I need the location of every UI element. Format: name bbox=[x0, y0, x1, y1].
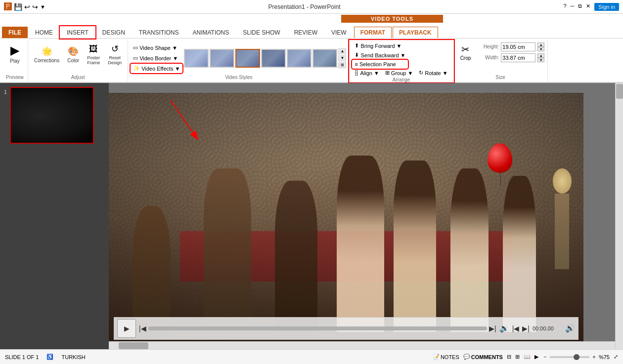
send-backward-button[interactable]: ⬇ Send Backward ▼ bbox=[353, 51, 407, 59]
crop-button[interactable]: ✂ Crop bbox=[456, 41, 475, 63]
poster-frame-button[interactable]: 🖼 PosterFrame bbox=[84, 42, 103, 67]
video-effects-icon: ✨ bbox=[133, 65, 140, 72]
bring-forward-dropdown: ▼ bbox=[397, 43, 402, 49]
view-normal-icon[interactable]: ⊟ bbox=[507, 354, 511, 360]
slide-thumbnail[interactable] bbox=[10, 87, 94, 144]
help-icon[interactable]: ? bbox=[563, 3, 566, 11]
tab-insert[interactable]: INSERT bbox=[60, 27, 95, 38]
tab-review[interactable]: REVIEW bbox=[288, 27, 324, 38]
minimize-icon[interactable]: ─ bbox=[571, 3, 575, 11]
close-icon[interactable]: ✕ bbox=[586, 3, 590, 11]
video-border-button[interactable]: ▭ Video Border ▼ bbox=[131, 54, 180, 62]
bottom-scrollbar[interactable] bbox=[109, 341, 615, 349]
tab-home[interactable]: HOME bbox=[29, 27, 59, 38]
scroll-expand-btn[interactable]: ⊞ bbox=[338, 62, 346, 68]
video-style-thumb-6[interactable] bbox=[312, 49, 337, 68]
tab-view[interactable]: VIEW bbox=[325, 27, 353, 38]
view-slideshow-icon[interactable]: ▶ bbox=[534, 354, 538, 360]
video-style-thumb-2[interactable] bbox=[210, 49, 234, 68]
right-scrollbar[interactable] bbox=[615, 83, 623, 349]
adjust-group: 🌟 Corrections 🎨 Color 🖼 PosterFrame ↺ Re… bbox=[28, 40, 128, 82]
group-button[interactable]: ⊞ Group ▼ bbox=[383, 69, 415, 77]
tab-animations[interactable]: ANIMATIONS bbox=[186, 27, 235, 38]
reset-design-button[interactable]: ↺ ResetDesign bbox=[105, 41, 125, 67]
bring-forward-button[interactable]: ⬆ Bring Forward ▼ bbox=[353, 41, 407, 50]
scroll-down-btn[interactable]: ▼ bbox=[338, 55, 346, 61]
tab-format[interactable]: FORMAT bbox=[354, 27, 392, 38]
video-styles-group: ▭ Video Shape ▼ ▭ Video Border ▼ ✨ V bbox=[128, 40, 350, 82]
width-input[interactable] bbox=[501, 53, 535, 62]
zoom-percent: %75 bbox=[599, 354, 610, 360]
accessibility-icon[interactable]: ♿ bbox=[46, 354, 53, 360]
crop-label: Crop bbox=[460, 55, 471, 61]
scroll-up-btn[interactable]: ▲ bbox=[338, 48, 346, 54]
next-frame-icon[interactable]: ▶| bbox=[489, 324, 496, 332]
slide-main[interactable]: ▶ |◀ ▶| 🔉 |◀ ▶| 00:00.00 🔊 bbox=[109, 93, 583, 345]
height-spinners: ▲ ▼ bbox=[537, 42, 544, 51]
video-shape-icon: ▭ bbox=[133, 44, 138, 51]
volume-icon[interactable]: 🔉 bbox=[499, 324, 509, 333]
slide-info: SLIDE 1 OF 1 bbox=[5, 354, 39, 360]
view-slide-sorter-icon[interactable]: ⊞ bbox=[515, 354, 520, 360]
play-button[interactable]: ▶ Play bbox=[5, 41, 25, 66]
height-input[interactable] bbox=[501, 42, 535, 51]
notes-button[interactable]: 📝 NOTES bbox=[433, 354, 459, 360]
notes-icon: 📝 bbox=[433, 354, 440, 360]
video-shape-dropdown-icon: ▼ bbox=[172, 45, 178, 51]
signin-label[interactable]: Sign in bbox=[594, 3, 619, 11]
tab-file[interactable]: FILE bbox=[2, 27, 28, 38]
height-up[interactable]: ▲ bbox=[537, 42, 544, 47]
next-icon[interactable]: ▶| bbox=[522, 324, 530, 332]
video-style-thumb-1[interactable] bbox=[184, 49, 209, 68]
send-backward-icon: ⬇ bbox=[355, 52, 359, 58]
video-play-button[interactable]: ▶ bbox=[117, 319, 136, 338]
main-area: 1 bbox=[0, 83, 623, 349]
zoom-in-icon[interactable]: ＋ bbox=[591, 353, 597, 361]
restore-icon[interactable]: ⧉ bbox=[578, 3, 582, 11]
tab-design[interactable]: DESIGN bbox=[96, 27, 132, 38]
color-button[interactable]: 🎨 Color bbox=[64, 44, 82, 65]
zoom-slider[interactable] bbox=[550, 356, 589, 358]
video-shape-button[interactable]: ▭ Video Shape ▼ bbox=[131, 43, 179, 52]
preview-group-label: Preview bbox=[6, 75, 24, 81]
align-icon: ⣿ bbox=[355, 70, 358, 76]
slide-thumb-image bbox=[11, 88, 93, 143]
align-button[interactable]: ⣿ Align ▼ bbox=[353, 69, 381, 77]
selection-pane-button[interactable]: ≡ Selection Pane bbox=[353, 60, 407, 68]
title-bar: 🅿 💾 ↩ ↪ ▼ Presentation1 - PowerPoint ? ─… bbox=[0, 0, 623, 14]
video-style-thumb-5[interactable] bbox=[287, 49, 312, 68]
height-down[interactable]: ▼ bbox=[537, 47, 544, 51]
tab-playback[interactable]: PLAYBACK bbox=[393, 27, 438, 38]
window-controls[interactable]: ? ─ ⧉ ✕ Sign in bbox=[563, 3, 619, 11]
volume-btn[interactable]: 🔊 bbox=[565, 324, 575, 333]
tab-slide-show[interactable]: SLIDE SHOW bbox=[236, 27, 286, 38]
corrections-button[interactable]: 🌟 Corrections bbox=[31, 44, 62, 65]
video-style-thumb-4[interactable] bbox=[261, 49, 286, 68]
customize-icon[interactable]: ▼ bbox=[40, 4, 45, 10]
video-effects-button[interactable]: ✨ Video Effects ▼ bbox=[131, 64, 182, 73]
tab-transitions[interactable]: TRANSITIONS bbox=[133, 27, 185, 38]
video-controls: ▶ |◀ ▶| 🔉 |◀ ▶| 00:00.00 🔊 bbox=[114, 317, 578, 340]
redo-icon[interactable]: ↪ bbox=[32, 3, 38, 11]
prev-icon[interactable]: |◀ bbox=[512, 324, 520, 332]
rotate-button[interactable]: ↻ Rotate ▼ bbox=[417, 69, 449, 77]
ribbon-tabs: FILE HOME INSERT DESIGN TRANSITIONS ANIM… bbox=[0, 24, 623, 39]
size-group: ✂ Crop Height: ▲ ▼ Width: bbox=[453, 40, 548, 82]
group-icon: ⊞ bbox=[385, 70, 390, 76]
zoom-out-icon[interactable]: － bbox=[542, 353, 548, 361]
view-reading-icon[interactable]: 📖 bbox=[524, 354, 531, 360]
fit-window-icon[interactable]: ⤢ bbox=[614, 354, 618, 360]
play-icon: ▶ bbox=[124, 324, 130, 332]
preview-group: ▶ Play Preview bbox=[2, 40, 28, 82]
progress-bar[interactable] bbox=[148, 326, 487, 330]
status-right: 📝 NOTES 💬 COMMENTS ⊟ ⊞ 📖 ▶ － ＋ %75 ⤢ bbox=[433, 353, 618, 361]
width-down[interactable]: ▼ bbox=[537, 58, 544, 62]
video-style-thumb-3[interactable] bbox=[235, 49, 260, 68]
undo-icon[interactable]: ↩ bbox=[24, 3, 30, 11]
comments-button[interactable]: 💬 COMMENTS bbox=[463, 354, 503, 360]
width-up[interactable]: ▲ bbox=[537, 53, 544, 58]
video-shape-label: Video Shape bbox=[139, 45, 171, 51]
save-icon[interactable]: 💾 bbox=[14, 3, 22, 11]
slide-thumbnail-container: 1 bbox=[4, 87, 105, 144]
prev-frame-icon[interactable]: |◀ bbox=[139, 324, 146, 332]
